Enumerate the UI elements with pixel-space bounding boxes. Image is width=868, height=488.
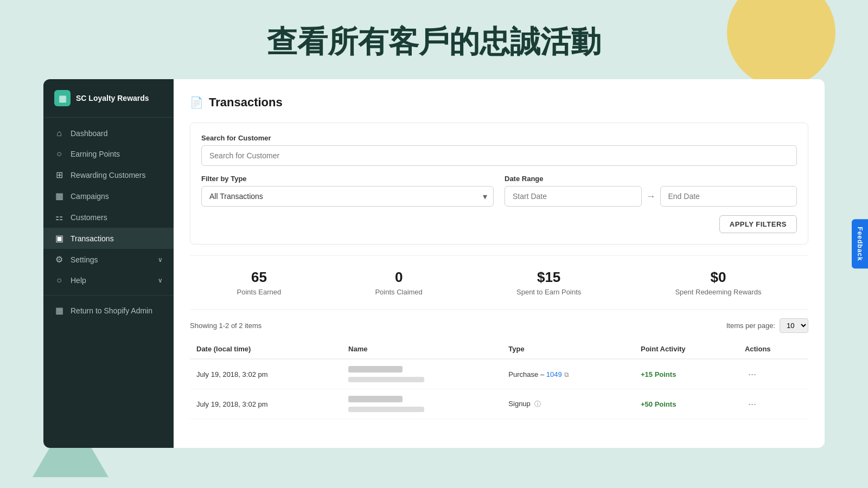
customers-icon: ⚏ [54, 212, 64, 222]
end-date-input[interactable] [660, 186, 797, 207]
main-layout: ▦ SC Loyalty Rewards ⌂ Dashboard ○ Earni… [43, 79, 825, 448]
sidebar-item-help[interactable]: ○ Help ∨ [43, 270, 174, 291]
table-row: July 19, 2018, 3:02 pm Signup ⓘ +50 Poin… [190, 389, 808, 419]
campaigns-icon: ▦ [54, 191, 64, 201]
point-activity-value: +50 Points [641, 400, 676, 408]
page-title-row: 📄 Transactions [190, 95, 808, 110]
col-point-activity: Point Activity [634, 339, 738, 359]
apply-filters-row: APPLY FILTERS [201, 215, 797, 233]
sidebar-item-campaigns[interactable]: ▦ Campaigns [43, 185, 174, 207]
transactions-table: Date (local time) Name Type Point Activi… [190, 339, 808, 419]
sidebar-item-label: Customers [71, 213, 107, 222]
row-actions-button[interactable]: ··· [745, 368, 760, 381]
sidebar-header: ▦ SC Loyalty Rewards [43, 90, 174, 118]
dashboard-icon: ⌂ [54, 129, 64, 138]
filter-section: Search for Customer Filter by Type All T… [190, 123, 808, 245]
customer-name-blurred [348, 396, 403, 402]
search-label: Search for Customer [201, 134, 797, 142]
col-type: Type [502, 339, 634, 359]
hero-title: 查看所有客戶的忠誠活動 [0, 22, 868, 63]
help-icon: ○ [54, 275, 64, 285]
cell-name [342, 359, 502, 389]
cell-name [342, 389, 502, 419]
items-per-page-control: Items per page: 5 10 25 50 [726, 318, 808, 333]
sidebar-item-dashboard[interactable]: ⌂ Dashboard [43, 123, 174, 144]
feedback-button[interactable]: Feedback [852, 219, 868, 268]
chevron-down-icon: ∨ [158, 256, 163, 264]
cell-point-activity: +15 Points [634, 359, 738, 389]
external-link-icon: ⧉ [564, 371, 569, 378]
stats-row: 65 Points Earned 0 Points Claimed $15 Sp… [190, 255, 808, 310]
page-title-icon: 📄 [190, 96, 203, 109]
customer-email-blurred [348, 407, 424, 412]
sidebar-item-transactions[interactable]: ▣ Transactions [43, 228, 174, 249]
sidebar-item-customers[interactable]: ⚏ Customers [43, 207, 174, 228]
type-link[interactable]: 1049 [546, 370, 562, 378]
customer-cell [348, 396, 495, 412]
date-range-group: Date Range → [505, 175, 797, 207]
showing-text: Showing 1-2 of 2 items [190, 322, 261, 330]
items-per-page-label: Items per page: [726, 322, 775, 330]
stat-points-claimed: 0 Points Claimed [375, 269, 422, 296]
sidebar-item-settings[interactable]: ⚙ Settings ∨ [43, 249, 174, 270]
search-input[interactable] [201, 145, 797, 166]
sidebar-app-name: SC Loyalty Rewards [76, 94, 149, 102]
cell-type: Signup ⓘ [502, 389, 634, 419]
stat-value-spent-earn: $15 [516, 269, 581, 286]
table-header-row: Showing 1-2 of 2 items Items per page: 5… [190, 318, 808, 333]
col-actions: Actions [738, 339, 808, 359]
cell-actions: ··· [738, 389, 808, 419]
start-date-input[interactable] [505, 186, 642, 207]
transactions-icon: ▣ [54, 233, 64, 243]
customer-cell [348, 366, 495, 382]
type-text: Purchase – [508, 370, 546, 378]
sidebar-item-label: Campaigns [71, 192, 109, 201]
point-activity-value: +15 Points [641, 370, 676, 378]
stat-points-earned: 65 Points Earned [237, 269, 282, 296]
stat-value-spent-redeem: $0 [675, 269, 761, 286]
apply-filters-button[interactable]: APPLY FILTERS [719, 215, 797, 233]
date-range-row: → [505, 186, 797, 207]
sidebar-item-earning-points[interactable]: ○ Earning Points [43, 144, 174, 164]
cell-type: Purchase – 1049⧉ [502, 359, 634, 389]
hero-section: 查看所有客戶的忠誠活動 [0, 0, 868, 79]
sidebar-item-label: Earning Points [71, 150, 120, 158]
stat-label-points-earned: Points Earned [237, 288, 282, 296]
arrow-right-icon: → [646, 191, 656, 202]
cell-date: July 19, 2018, 3:02 pm [190, 359, 342, 389]
return-shopify-icon: ▦ [54, 305, 64, 316]
page-title: Transactions [209, 95, 283, 110]
sidebar-item-label: Transactions [71, 234, 114, 243]
sidebar-item-return-shopify[interactable]: ▦ Return to Shopify Admin [43, 300, 174, 321]
filter-row: Filter by Type All Transactions Purchase… [201, 175, 797, 207]
sidebar-item-label: Settings [71, 255, 98, 264]
info-icon: ⓘ [534, 400, 541, 408]
filter-type-select-wrapper: All Transactions Purchase Signup Redempt… [201, 186, 494, 207]
filter-type-group: Filter by Type All Transactions Purchase… [201, 175, 494, 207]
row-actions-button[interactable]: ··· [745, 397, 760, 411]
cell-actions: ··· [738, 359, 808, 389]
sidebar-divider [43, 295, 174, 296]
filter-type-label: Filter by Type [201, 175, 494, 183]
sidebar-logo-icon: ▦ [54, 90, 71, 106]
type-text: Signup [508, 400, 532, 408]
stat-label-spent-redeem: Spent Redeeming Rewards [675, 288, 761, 296]
table-row: July 19, 2018, 3:02 pm Purchase – 1049⧉ … [190, 359, 808, 389]
sidebar-item-label: Dashboard [71, 129, 108, 138]
settings-icon: ⚙ [54, 254, 64, 265]
earning-points-icon: ○ [54, 149, 64, 159]
rewarding-customers-icon: ⊞ [54, 170, 64, 180]
sidebar-item-label: Rewarding Customers [71, 171, 146, 179]
chevron-down-icon: ∨ [158, 277, 163, 284]
content-area: 📄 Transactions Search for Customer Filte… [174, 79, 825, 448]
cell-date: July 19, 2018, 3:02 pm [190, 389, 342, 419]
stat-value-points-claimed: 0 [375, 269, 422, 286]
filter-type-select[interactable]: All Transactions Purchase Signup Redempt… [201, 186, 494, 207]
items-per-page-select[interactable]: 5 10 25 50 [780, 318, 808, 333]
stat-label-spent-earn: Spent to Earn Points [516, 288, 581, 296]
stat-label-points-claimed: Points Claimed [375, 288, 422, 296]
date-range-label: Date Range [505, 175, 797, 183]
customer-email-blurred [348, 377, 424, 382]
sidebar-item-rewarding-customers[interactable]: ⊞ Rewarding Customers [43, 164, 174, 185]
sidebar: ▦ SC Loyalty Rewards ⌂ Dashboard ○ Earni… [43, 79, 174, 448]
